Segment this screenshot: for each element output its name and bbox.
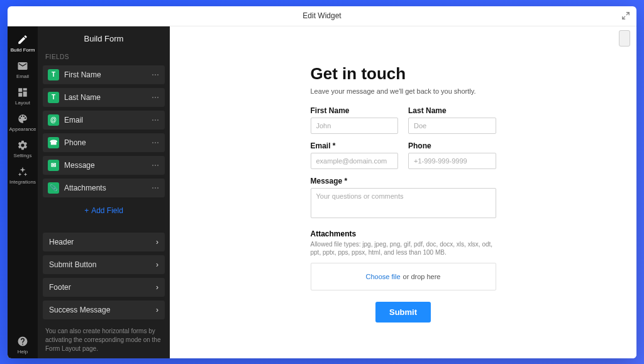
field-list: T First Name ⋯ T Last Name ⋯ @ Email ⋯ ☎… (38, 63, 170, 223)
rail-help[interactable]: Help (8, 332, 38, 358)
section-label: Header (49, 238, 74, 246)
section-header[interactable]: Header › (43, 233, 165, 251)
attachment-icon: 📎 (48, 182, 59, 194)
section-label: Submit Button (49, 260, 96, 269)
more-icon[interactable]: ⋯ (152, 70, 160, 79)
attachments-label: Attachments (311, 229, 496, 238)
rail-appearance[interactable]: Appearance (8, 109, 38, 136)
rail-email[interactable]: Email (8, 57, 38, 83)
section-submit-button[interactable]: Submit Button › (43, 255, 165, 274)
field-label: Attachments (64, 184, 152, 192)
rail-label: Layout (15, 100, 30, 106)
text-icon: T (48, 69, 59, 80)
sidebar-title: Build Form (38, 26, 170, 51)
last-name-input[interactable] (408, 118, 496, 134)
window-title: Edit Widget (303, 11, 341, 20)
expand-icon[interactable] (621, 11, 630, 20)
section-success-message[interactable]: Success Message › (43, 301, 165, 319)
attachments-help: Allowed file types: jpg, jpeg, png, gif,… (311, 240, 496, 256)
phone-icon: ☎ (48, 137, 59, 148)
rail-label: Integrations (9, 179, 36, 185)
field-first-name[interactable]: T First Name ⋯ (43, 65, 165, 84)
chevron-right-icon: › (156, 306, 158, 314)
field-last-name[interactable]: T Last Name ⋯ (43, 88, 165, 107)
chevron-right-icon: › (156, 260, 158, 269)
email-input[interactable] (311, 153, 399, 169)
choose-file-link[interactable]: Choose file (366, 273, 401, 280)
more-icon[interactable]: ⋯ (152, 93, 160, 102)
rail-label: Build Form (11, 47, 35, 53)
form-preview: Get in touch Leave your message and we'l… (311, 64, 496, 323)
phone-label: Phone (408, 141, 496, 150)
phone-input[interactable] (408, 153, 496, 169)
section-footer[interactable]: Footer › (43, 278, 165, 297)
form-subtitle: Leave your message and we'll get back to… (311, 87, 496, 95)
first-name-label: First Name (311, 106, 399, 115)
more-icon[interactable]: ⋯ (152, 138, 160, 147)
field-message[interactable]: ✉ Message ⋯ (43, 156, 165, 175)
message-label: Message * (311, 177, 496, 185)
editor-body: Build Form Email Layout Appearance Setti… (8, 26, 636, 358)
submit-button[interactable]: Submit (375, 302, 431, 323)
rail-layout[interactable]: Layout (8, 83, 38, 109)
preview-panel: Get in touch Leave your message and we'l… (170, 26, 636, 358)
rail-settings[interactable]: Settings (8, 136, 38, 162)
nav-rail: Build Form Email Layout Appearance Setti… (8, 26, 38, 358)
field-label: Last Name (64, 93, 152, 102)
add-field-button[interactable]: +Add Field (43, 201, 165, 218)
last-name-label: Last Name (408, 106, 496, 115)
field-label: First Name (64, 70, 152, 79)
rail-label: Appearance (9, 126, 36, 132)
rail-build-form[interactable]: Build Form (8, 30, 38, 57)
field-label: Message (64, 161, 152, 170)
field-label: Phone (64, 138, 152, 147)
message-icon: ✉ (48, 160, 59, 171)
section-list: Header › Submit Button › Footer › Succes… (38, 229, 170, 323)
attachments-dropzone[interactable]: Choose file or drop here (311, 263, 496, 290)
rail-integrations[interactable]: Integrations (8, 162, 38, 189)
rail-label: Help (18, 349, 28, 355)
form-title: Get in touch (311, 64, 496, 84)
more-icon[interactable]: ⋯ (152, 184, 160, 192)
sidebar: Build Form FIELDS T First Name ⋯ T Last … (38, 26, 170, 358)
first-name-input[interactable] (311, 118, 399, 134)
add-field-label: Add Field (91, 206, 123, 215)
chevron-right-icon: › (156, 238, 158, 246)
field-phone[interactable]: ☎ Phone ⋯ (43, 133, 165, 152)
fields-heading: FIELDS (38, 51, 170, 63)
email-icon: @ (48, 114, 59, 126)
field-email[interactable]: @ Email ⋯ (43, 111, 165, 130)
drop-here-text: or drop here (403, 273, 441, 280)
text-icon: T (48, 92, 59, 103)
more-icon[interactable]: ⋯ (152, 161, 160, 170)
email-label: Email * (311, 141, 399, 150)
plus-icon: + (84, 206, 89, 215)
sidebar-hint: You can also create horizontal forms by … (38, 323, 170, 353)
field-attachments[interactable]: 📎 Attachments ⋯ (43, 179, 165, 197)
more-icon[interactable]: ⋯ (152, 116, 160, 124)
device-toggle[interactable] (619, 30, 630, 47)
rail-label: Settings (14, 153, 32, 158)
rail-label: Email (16, 74, 29, 79)
titlebar: Edit Widget (8, 6, 636, 26)
editor-window: Edit Widget Build Form Email Layout Appe… (8, 6, 636, 358)
section-label: Success Message (49, 306, 110, 314)
chevron-right-icon: › (156, 283, 158, 292)
message-input[interactable] (311, 188, 496, 218)
field-label: Email (64, 116, 152, 124)
section-label: Footer (49, 283, 71, 292)
